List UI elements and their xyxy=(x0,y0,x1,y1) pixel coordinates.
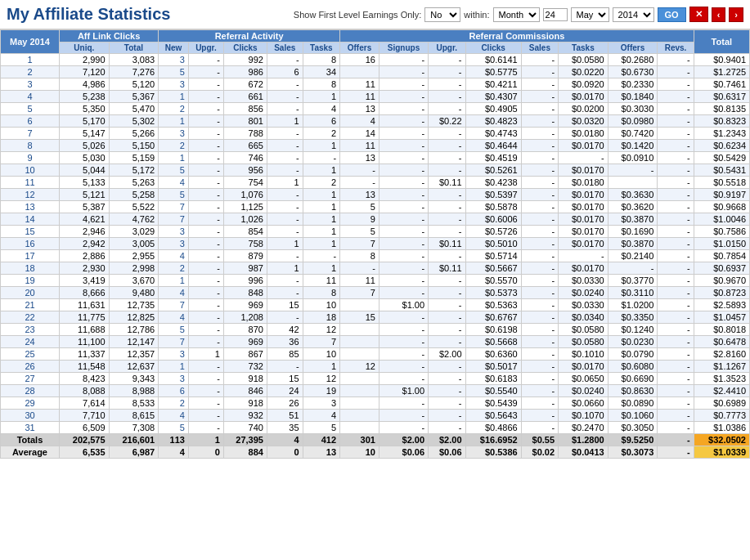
close-button[interactable]: ✕ xyxy=(689,7,708,22)
day-cell[interactable]: 31 xyxy=(1,422,60,434)
new-cell[interactable]: 5 xyxy=(159,66,189,78)
day-cell[interactable]: 13 xyxy=(1,201,60,213)
new-cell[interactable]: 3 xyxy=(159,373,189,385)
new-cell[interactable]: 7 xyxy=(159,299,189,311)
revs-cell: - xyxy=(658,54,694,66)
new-cell[interactable]: 3 xyxy=(159,128,189,140)
day-cell[interactable]: 23 xyxy=(1,324,60,336)
new-cell[interactable]: 4 xyxy=(159,250,189,262)
new-cell[interactable]: 2 xyxy=(159,103,189,115)
revs-cell: - xyxy=(658,177,694,189)
day-cell[interactable]: 18 xyxy=(1,262,60,275)
avg-revs: - xyxy=(658,446,694,459)
day-cell[interactable]: 11 xyxy=(1,177,60,189)
new-cell[interactable]: 4 xyxy=(159,311,189,324)
new-cell[interactable]: 4 xyxy=(159,177,189,189)
signups-cell: - xyxy=(379,164,428,177)
within-select[interactable]: Month Week Day xyxy=(493,7,540,22)
new-cell[interactable]: 1 xyxy=(159,152,189,164)
new-cell[interactable]: 2 xyxy=(159,397,189,410)
day-cell[interactable]: 30 xyxy=(1,410,60,422)
new-cell[interactable]: 4 xyxy=(159,410,189,422)
day-cell[interactable]: 27 xyxy=(1,373,60,385)
row-total-cell: $0.9668 xyxy=(694,201,749,213)
day-cell[interactable]: 24 xyxy=(1,336,60,348)
tasks-cell: 34 xyxy=(303,66,340,78)
day-cell[interactable]: 12 xyxy=(1,189,60,201)
day-input[interactable] xyxy=(543,8,568,21)
new-cell[interactable]: 3 xyxy=(159,348,189,361)
new-cell[interactable]: 5 xyxy=(159,164,189,177)
uniq-cell: 5,030 xyxy=(60,152,110,164)
new-cell[interactable]: 2 xyxy=(159,262,189,275)
new-cell[interactable]: 5 xyxy=(159,324,189,336)
show-first-level-select[interactable]: No Yes xyxy=(424,7,460,22)
col-offers: Offers xyxy=(340,43,379,54)
ref-sales-cell: - xyxy=(521,275,558,287)
day-cell[interactable]: 10 xyxy=(1,164,60,177)
day-cell[interactable]: 19 xyxy=(1,275,60,287)
revs-cell: - xyxy=(658,91,694,103)
day-cell[interactable]: 6 xyxy=(1,115,60,128)
day-cell[interactable]: 17 xyxy=(1,250,60,262)
go-button[interactable]: GO xyxy=(658,7,686,22)
year-select[interactable]: 201320142015 xyxy=(613,7,654,22)
sales-cell: 36 xyxy=(267,336,303,348)
day-cell[interactable]: 5 xyxy=(1,103,60,115)
new-cell[interactable]: 3 xyxy=(159,78,189,91)
day-cell[interactable]: 8 xyxy=(1,140,60,152)
day-cell[interactable]: 20 xyxy=(1,287,60,299)
day-cell[interactable]: 1 xyxy=(1,54,60,66)
row-total-cell: $2.4410 xyxy=(694,385,749,397)
day-cell[interactable]: 4 xyxy=(1,91,60,103)
revs-cell: - xyxy=(658,410,694,422)
day-cell[interactable]: 15 xyxy=(1,226,60,238)
new-cell[interactable]: 3 xyxy=(159,226,189,238)
new-cell[interactable]: 3 xyxy=(159,238,189,250)
ref-upgr-cell: - xyxy=(429,422,465,434)
signups-cell: - xyxy=(379,410,428,422)
ref-sales-cell: - xyxy=(521,78,558,91)
new-cell[interactable]: 7 xyxy=(159,213,189,226)
new-cell[interactable]: 5 xyxy=(159,189,189,201)
ref-offers-cell: $0.1420 xyxy=(608,140,658,152)
day-cell[interactable]: 14 xyxy=(1,213,60,226)
day-cell[interactable]: 25 xyxy=(1,348,60,361)
ref-upgr-cell: - xyxy=(429,54,465,66)
day-cell[interactable]: 26 xyxy=(1,361,60,373)
month-select[interactable]: JanFebMarApr MayJunJulAug SepOctNovDec xyxy=(571,7,609,22)
signups-cell: - xyxy=(379,226,428,238)
next-button[interactable]: › xyxy=(729,7,743,22)
new-cell[interactable]: 2 xyxy=(159,140,189,152)
header-controls: Show First Level Earnings Only: No Yes w… xyxy=(294,7,743,22)
day-cell[interactable]: 9 xyxy=(1,152,60,164)
day-cell[interactable]: 21 xyxy=(1,299,60,311)
ref-clicks-cell: $0.5010 xyxy=(465,238,521,250)
revs-cell: - xyxy=(658,213,694,226)
day-cell[interactable]: 22 xyxy=(1,311,60,324)
offers-cell: 13 xyxy=(340,152,379,164)
new-cell[interactable]: 1 xyxy=(159,115,189,128)
day-cell[interactable]: 16 xyxy=(1,238,60,250)
new-cell[interactable]: 1 xyxy=(159,361,189,373)
table-row: 152,9463,0293-854-15--$0.5726-$0.0170$0.… xyxy=(1,226,750,238)
new-cell[interactable]: 1 xyxy=(159,91,189,103)
ref-tasks-cell: $0.0200 xyxy=(559,103,609,115)
day-cell[interactable]: 7 xyxy=(1,128,60,140)
total-cell: 5,172 xyxy=(109,164,159,177)
new-cell[interactable]: 7 xyxy=(159,201,189,213)
new-cell[interactable]: 4 xyxy=(159,287,189,299)
new-cell[interactable]: 5 xyxy=(159,422,189,434)
prev-button[interactable]: ‹ xyxy=(712,7,726,22)
new-cell[interactable]: 7 xyxy=(159,336,189,348)
totals-offers: 301 xyxy=(340,434,379,446)
day-cell[interactable]: 29 xyxy=(1,397,60,410)
new-cell[interactable]: 6 xyxy=(159,385,189,397)
new-cell[interactable]: 3 xyxy=(159,54,189,66)
day-cell[interactable]: 28 xyxy=(1,385,60,397)
uniq-cell: 5,350 xyxy=(60,103,110,115)
day-cell[interactable]: 3 xyxy=(1,78,60,91)
ref-tasks-cell: $0.0170 xyxy=(559,226,609,238)
day-cell[interactable]: 2 xyxy=(1,66,60,78)
new-cell[interactable]: 1 xyxy=(159,275,189,287)
